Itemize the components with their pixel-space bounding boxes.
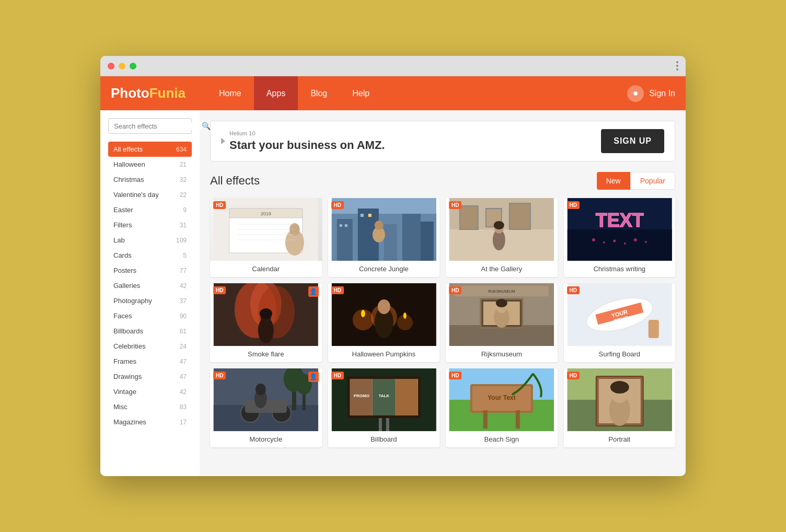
hd-badge: HD <box>213 372 226 379</box>
effect-card-portrait[interactable]: HD Portrait <box>564 368 676 447</box>
logo-photo: Photo <box>111 85 149 101</box>
sidebar-item-celebrities[interactable]: Celebrities 24 <box>108 339 192 354</box>
effect-thumbnail: HD 👤 <box>210 283 322 346</box>
hd-badge: HD <box>449 372 461 379</box>
sidebar-item-frames[interactable]: Frames 47 <box>108 354 192 369</box>
sidebar-item-christmas[interactable]: Christmas 32 <box>108 172 192 187</box>
svg-point-22 <box>374 221 383 230</box>
svg-rect-27 <box>510 203 530 229</box>
svg-rect-18 <box>344 224 347 227</box>
svg-rect-19 <box>360 214 363 217</box>
ad-content: Helium 10 Start your business on AMZ. <box>229 130 385 152</box>
sidebar-label: Frames <box>113 357 136 365</box>
effect-card-gallery[interactable]: HD At the Gallery <box>446 198 558 277</box>
effect-name: Portrait <box>564 431 676 447</box>
effect-card-smoke[interactable]: HD 👤 Smoke flare <box>210 283 322 362</box>
ad-banner: Helium 10 Start your business on AMZ. SI… <box>210 121 675 161</box>
effect-card-jungle[interactable]: HD Concrete Jungle <box>328 198 440 277</box>
svg-text:RIJKSMUSEUM: RIJKSMUSEUM <box>488 290 515 293</box>
maximize-button[interactable] <box>130 63 136 70</box>
sidebar-count: 90 <box>180 313 187 320</box>
sort-popular-button[interactable]: Popular <box>630 172 675 190</box>
effect-name: Motorcycle <box>210 431 322 447</box>
signin-button[interactable]: ● Sign In <box>627 85 675 102</box>
minimize-button[interactable] <box>119 63 125 70</box>
effect-name: Calendar <box>210 261 322 277</box>
content-area: 🔍 All effects 634 Halloween 21 Christmas… <box>100 110 686 476</box>
sidebar-count: 634 <box>176 146 187 153</box>
sidebar-item-billboards[interactable]: Billboards 61 <box>108 323 192 339</box>
effect-card-rijks[interactable]: RIJKSMUSEUM HD Rijksmuseum <box>446 283 558 362</box>
svg-point-53 <box>377 299 390 314</box>
sidebar-item-cards[interactable]: Cards 5 <box>108 248 192 263</box>
svg-rect-14 <box>384 224 397 261</box>
search-box[interactable]: 🔍 <box>108 118 192 134</box>
sidebar-count: 17 <box>180 419 187 426</box>
browser-menu-icon[interactable] <box>676 61 678 71</box>
sidebar-item-photography[interactable]: Photography 37 <box>108 293 192 308</box>
effect-thumbnail: HD <box>564 368 676 431</box>
effect-card-motorcycle[interactable]: HD 👤 Motorcycle <box>210 368 322 447</box>
sidebar-label: Posters <box>113 267 136 274</box>
svg-rect-92 <box>386 418 389 431</box>
sidebar-item-all-effects[interactable]: All effects 634 <box>108 142 192 157</box>
sidebar-label: Lab <box>113 236 125 244</box>
sidebar-item-easter[interactable]: Easter 9 <box>108 202 192 217</box>
hd-badge: HD <box>449 201 461 209</box>
sidebar-label: Cards <box>113 251 132 259</box>
main-content: Helium 10 Start your business on AMZ. SI… <box>200 110 686 476</box>
sidebar-count: 37 <box>180 297 187 305</box>
effect-card-calendar[interactable]: 2019 HD Calendar <box>210 198 322 277</box>
sidebar-item-vintage[interactable]: Vintage 42 <box>108 384 192 399</box>
sidebar-count: 83 <box>180 403 187 411</box>
svg-text:TALK: TALK <box>378 394 389 398</box>
sidebar-label: Drawings <box>113 373 142 380</box>
sidebar-item-magazines[interactable]: Magazines 17 <box>108 414 192 430</box>
sidebar-item-filters[interactable]: Filters 31 <box>108 217 192 233</box>
effect-card-billboard[interactable]: PROMO TALK HD Billboard <box>328 368 440 447</box>
svg-text:TEXT: TEXT <box>595 210 643 231</box>
logo[interactable]: PhotoFunia <box>111 85 186 101</box>
sidebar-count: 21 <box>180 161 187 168</box>
sidebar-count: 32 <box>180 176 187 183</box>
sidebar-count: 42 <box>180 282 187 290</box>
sidebar-item-posters[interactable]: Posters 77 <box>108 263 192 278</box>
person-badge: 👤 <box>308 286 319 297</box>
nav-help[interactable]: Help <box>340 76 382 110</box>
effect-card-halloween[interactable]: HD Halloween Pumpkins <box>328 283 440 362</box>
sidebar-count: 31 <box>180 222 187 229</box>
effect-card-christmas-writing[interactable]: TEXT TEXT HD Christmas writing <box>564 198 676 277</box>
sidebar-item-drawings[interactable]: Drawings 47 <box>108 369 192 384</box>
close-button[interactable] <box>108 63 114 70</box>
effect-card-surfing[interactable]: YOUR TEXT HD Surfing Board <box>564 283 676 362</box>
sidebar-label: Celebrities <box>113 342 145 350</box>
hd-badge: HD <box>567 372 580 379</box>
svg-rect-99 <box>516 410 520 429</box>
search-input[interactable] <box>114 122 202 130</box>
effect-card-beach[interactable]: Your Text HD Beach Sign <box>446 368 558 447</box>
nav-blog[interactable]: Blog <box>298 76 340 110</box>
sidebar-item-misc[interactable]: Misc 83 <box>108 399 192 414</box>
nav-apps[interactable]: Apps <box>254 76 298 110</box>
effect-thumbnail: HD <box>328 283 440 346</box>
effect-thumbnail: TEXT TEXT HD <box>564 198 676 261</box>
sidebar-item-lab[interactable]: Lab 109 <box>108 233 192 248</box>
effect-name: At the Gallery <box>446 261 558 277</box>
sort-new-button[interactable]: New <box>597 172 630 190</box>
ad-signup-button[interactable]: SIGN UP <box>601 129 664 153</box>
effect-name: Rijksmuseum <box>446 346 558 362</box>
nav-home[interactable]: Home <box>206 76 254 110</box>
svg-point-54 <box>361 310 365 317</box>
sidebar-item-valentines[interactable]: Valentine's day 22 <box>108 187 192 202</box>
ad-icon[interactable] <box>221 138 225 144</box>
sidebar-item-faces[interactable]: Faces 90 <box>108 308 192 323</box>
effect-name: Concrete Jungle <box>328 261 440 277</box>
sidebar-item-galleries[interactable]: Galleries 42 <box>108 278 192 293</box>
sidebar-item-halloween[interactable]: Halloween 21 <box>108 157 192 172</box>
sidebar-label: Filters <box>113 221 132 229</box>
user-avatar-icon: ● <box>627 85 644 102</box>
sidebar-count: 47 <box>180 373 187 380</box>
sidebar-count: 61 <box>180 328 187 335</box>
svg-text:2019: 2019 <box>261 211 271 216</box>
svg-rect-98 <box>483 410 488 429</box>
